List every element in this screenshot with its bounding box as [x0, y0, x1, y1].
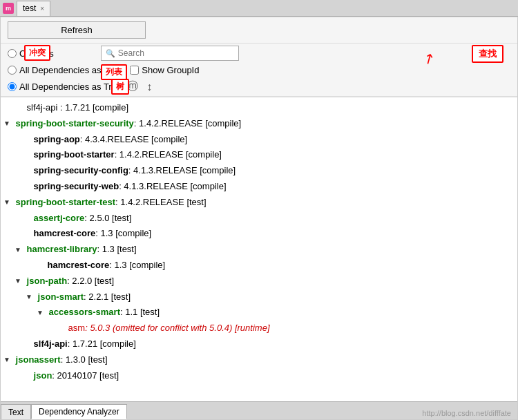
list-item: assertj-core : 2.5.0 [test] — [1, 211, 517, 227]
options-row-3: All Dependencies as Tree ⓜ ↕ 树 — [1, 77, 517, 96]
expand-icon[interactable] — [3, 197, 13, 208]
tab-dependency-analyzer[interactable]: Dependency Analyzer — [31, 404, 127, 419]
conflicts-radio[interactable] — [8, 49, 17, 58]
show-groupid-text: Show GroupId — [142, 65, 199, 75]
find-annotation: 查找 — [472, 45, 503, 63]
tab-text[interactable]: Text — [1, 404, 31, 419]
list-item: json-smart : 2.2.1 [test] — [1, 289, 517, 305]
list-item: slf4j-api : 1.7.21 [compile] — [1, 336, 517, 352]
list-item: json-path : 2.2.0 [test] — [1, 274, 517, 289]
tab-bar: m test × — [0, 0, 518, 17]
search-icon: 🔍 — [106, 49, 115, 58]
tab-close-icon[interactable]: × — [40, 5, 44, 12]
search-input[interactable] — [118, 48, 234, 58]
toolbar: Refresh — [1, 17, 517, 44]
expand-icon[interactable] — [3, 118, 13, 129]
tree-annotation: 树 — [111, 79, 129, 95]
all-deps-tree-radio[interactable] — [8, 82, 17, 91]
show-groupid-checkbox[interactable] — [130, 66, 139, 75]
list-item: spring-boot-starter : 1.4.2.RELEASE [com… — [1, 147, 517, 163]
sort-za-icon[interactable]: ↕ — [146, 81, 152, 93]
list-item: spring-boot-starter-security : 1.4.2.REL… — [1, 116, 517, 132]
list-item: hamcrest-library : 1.3 [test] — [1, 242, 517, 258]
conflict-annotation: 冲突 — [24, 45, 50, 61]
options-row-1: Conflicts 🔍 查找 冲突 ↗ — [1, 44, 517, 63]
list-item: jsonassert : 1.3.0 [test] — [1, 352, 517, 368]
dep-tree: slf4j-api : 1.7.21 [compile] spring-boot… — [1, 97, 517, 401]
expand-icon[interactable] — [15, 276, 24, 287]
list-item: hamcrest-core : 1.3 [compile] — [1, 226, 517, 242]
bottom-tabs: Text Dependency Analyzer http://blog.csd… — [1, 401, 517, 419]
expand-icon[interactable] — [3, 354, 13, 365]
main-panel: Refresh Conflicts 🔍 查找 冲突 ↗ — [0, 17, 518, 420]
list-item: accessors-smart : 1.1 [test] — [1, 305, 517, 321]
expand-icon[interactable] — [37, 307, 46, 318]
expand-icon[interactable] — [15, 245, 24, 256]
all-deps-tree-label: All Dependencies as Tree — [19, 82, 122, 92]
tab-test[interactable]: test × — [17, 1, 50, 16]
all-deps-tree-radio-label[interactable]: All Dependencies as Tree — [8, 82, 122, 92]
tab-label: test — [23, 3, 36, 13]
list-item: slf4j-api : 1.7.21 [compile] — [1, 100, 517, 116]
app-icon: m — [3, 3, 14, 14]
list-item: spring-security-web : 4.1.3.RELEASE [com… — [1, 179, 517, 195]
show-groupid-label[interactable]: Show GroupId — [130, 65, 199, 75]
options-row-2: All Dependencies as List Show GroupId 列表 — [1, 63, 517, 77]
list-item: hamcrest-core : 1.3 [compile] — [1, 258, 517, 274]
list-item: json : 20140107 [test] — [1, 368, 517, 384]
search-box[interactable]: 🔍 — [101, 46, 239, 61]
watermark: http://blog.csdn.net/difffate — [422, 409, 511, 417]
all-deps-list-radio[interactable] — [8, 66, 17, 75]
list-item: spring-boot-starter-test : 1.4.2.RELEASE… — [1, 195, 517, 211]
options-panel: Conflicts 🔍 查找 冲突 ↗ All Dependencies as … — [1, 44, 517, 97]
refresh-button[interactable]: Refresh — [8, 21, 146, 39]
list-item: spring-security-config : 4.1.3.RELEASE [… — [1, 163, 517, 179]
expand-icon[interactable] — [26, 292, 35, 303]
list-item: asm : 5.0.3 (omitted for conflict with 5… — [1, 321, 517, 336]
list-item: spring-aop : 4.3.4.RELEASE [compile] — [1, 132, 517, 148]
